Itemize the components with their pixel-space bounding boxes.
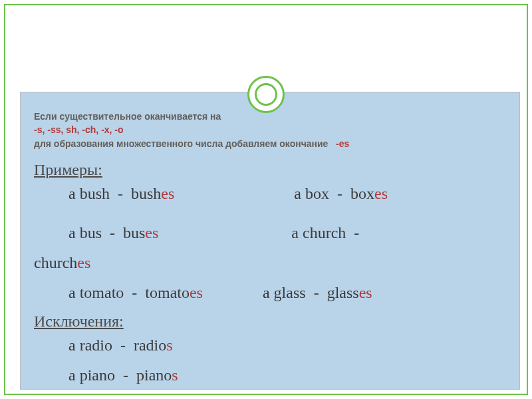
exceptions-header: Исключения:: [21, 309, 519, 331]
example-singular: a bush: [68, 185, 110, 202]
example-singular: a bus: [68, 224, 102, 241]
exception-row: a photo - photos: [21, 390, 519, 399]
exception-plural: photos: [137, 396, 180, 399]
plural-suffix: es: [190, 284, 203, 301]
example-plural: bushes: [131, 185, 174, 202]
rule-line2: для образования множественного числа доб…: [34, 137, 506, 150]
decorative-circle: [247, 76, 285, 113]
exception-plural: pianos: [136, 366, 178, 384]
examples-header: Примеры:: [21, 156, 519, 179]
plural-suffix: s: [166, 336, 172, 354]
example-row-continuation: churches: [21, 248, 519, 278]
plural-suffix: s: [172, 366, 178, 384]
exception-singular: a radio: [68, 336, 112, 354]
example-plural: buses: [123, 224, 158, 241]
example-singular: a tomato: [68, 284, 124, 301]
rule-line2-pre: для образования множественного числа доб…: [34, 138, 328, 149]
rule-suffix: -es: [336, 138, 349, 149]
example-singular: a box: [294, 185, 329, 202]
example-plural: churches: [34, 254, 90, 271]
example-row: a bush - bushesa box - boxes: [21, 179, 519, 209]
example-plural: tomatoes: [145, 284, 203, 301]
exception-plural: radios: [134, 336, 173, 354]
plural-suffix: es: [77, 254, 90, 271]
plural-suffix: s: [174, 396, 180, 399]
example-singular: a glass: [263, 284, 306, 301]
example-plural: boxes: [350, 185, 388, 202]
circle-inner-icon: [255, 83, 277, 106]
examples-list: a bush - bushesa box - boxesa bus - buse…: [21, 179, 519, 309]
spacer: [21, 209, 519, 218]
plural-suffix: es: [161, 185, 174, 202]
content-box: Если существительное оканчивается на -s,…: [20, 92, 520, 390]
plural-suffix: es: [145, 224, 158, 241]
exception-row: a piano - pianos: [21, 360, 519, 390]
example-singular: a church: [291, 224, 346, 241]
exception-singular: a piano: [68, 366, 115, 384]
circle-outer-icon: [247, 76, 285, 113]
plural-suffix: es: [359, 284, 372, 301]
exceptions-list: a radio - radiosa piano - pianosa photo …: [21, 331, 519, 399]
example-plural: glasses: [327, 284, 372, 301]
rule-endings: -s, -ss, sh, -ch, -x, -o: [34, 123, 506, 136]
plural-suffix: es: [374, 185, 388, 202]
example-row: a bus - busesa church -: [21, 218, 519, 248]
exception-row: a radio - radios: [21, 331, 519, 360]
slide-frame: Если существительное оканчивается на -s,…: [4, 4, 528, 395]
exception-singular: a photo: [68, 396, 116, 399]
example-row: a tomato - tomatoesa glass - glasses: [21, 278, 519, 308]
